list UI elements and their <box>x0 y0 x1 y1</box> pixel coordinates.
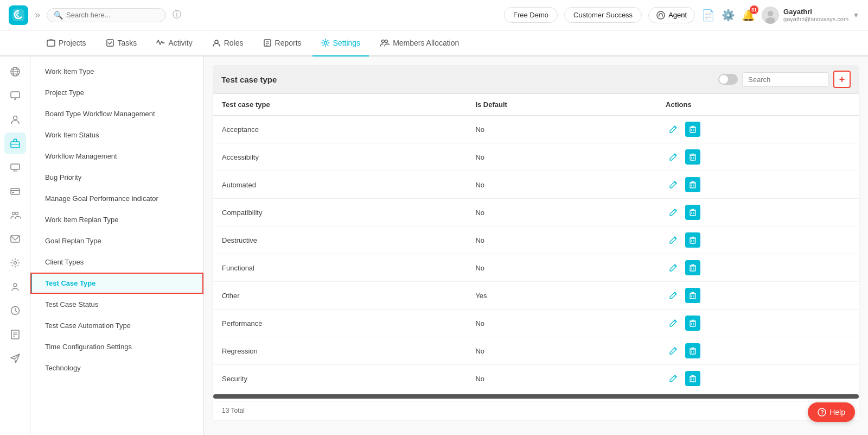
settings-item-work-item-status[interactable]: Work Item Status <box>30 124 203 146</box>
sidebar-icon-group[interactable] <box>4 204 26 226</box>
tab-projects[interactable]: Projects <box>38 30 95 56</box>
settings-icon-btn[interactable]: ⚙️ <box>722 9 735 22</box>
settings-item-time-config[interactable]: Time Configuration Settings <box>30 336 203 357</box>
edit-button[interactable] <box>666 316 681 331</box>
settings-item-technology[interactable]: Technology <box>30 357 203 379</box>
edit-button[interactable] <box>666 149 681 165</box>
settings-item-goal-replan[interactable]: Goal Replan Type <box>30 230 203 251</box>
user-area[interactable]: Gayathri gayathri@snovasys.com ▼ <box>762 7 859 24</box>
settings-item-project-type[interactable]: Project Type <box>30 82 203 103</box>
customer-success-button[interactable]: Customer Success <box>564 7 642 23</box>
action-buttons <box>666 288 850 303</box>
cell-type: Acceptance <box>213 116 467 143</box>
logo[interactable] <box>9 5 28 25</box>
add-button[interactable]: + <box>833 71 851 88</box>
delete-button[interactable] <box>685 288 700 303</box>
settings-item-work-item-type[interactable]: Work Item Type <box>30 61 203 82</box>
delete-button[interactable] <box>685 316 700 331</box>
tab-reports[interactable]: Reports <box>254 30 310 56</box>
avatar <box>762 7 779 24</box>
delete-button[interactable] <box>685 232 700 248</box>
toggle-switch[interactable] <box>718 74 738 85</box>
settings-item-test-case-automation[interactable]: Test Case Automation Type <box>30 315 203 336</box>
sidebar-icon-send[interactable] <box>4 348 26 369</box>
cell-actions <box>657 337 859 365</box>
sidebar-icon-monitor[interactable] <box>4 85 26 106</box>
global-search-input[interactable] <box>66 11 159 19</box>
agent-button[interactable]: Agent <box>648 7 695 23</box>
sidebar-icon-clock[interactable] <box>4 300 26 321</box>
edit-icon <box>669 153 678 161</box>
sidebar-icon-briefcase[interactable] <box>4 133 26 154</box>
delete-button[interactable] <box>685 149 700 165</box>
help-button[interactable]: ? Help <box>808 402 855 422</box>
tab-tasks[interactable]: Tasks <box>97 30 146 56</box>
tab-roles[interactable]: Roles <box>203 30 252 56</box>
sidebar-icon-gear[interactable] <box>4 252 26 274</box>
cell-type: Regression <box>213 337 467 365</box>
delete-button[interactable] <box>685 343 700 358</box>
delete-icon <box>689 209 697 216</box>
settings-item-client-types[interactable]: Client Types <box>30 251 203 273</box>
main-layout: Work Item Type Project Type Board Type W… <box>0 56 868 435</box>
info-icon[interactable]: ⓘ <box>173 9 181 21</box>
svg-rect-7 <box>47 40 55 46</box>
notification-badge: 31 <box>750 5 758 14</box>
sidebar-icon-globe[interactable] <box>4 61 26 83</box>
edit-button[interactable] <box>666 205 681 220</box>
free-demo-button[interactable]: Free Demo <box>504 7 558 23</box>
horizontal-scrollbar[interactable] <box>213 394 859 399</box>
delete-button[interactable] <box>685 371 700 386</box>
settings-item-test-case-type[interactable]: Test Case Type <box>30 273 203 294</box>
action-buttons <box>666 232 850 248</box>
sidebar-icon-person[interactable] <box>4 276 26 298</box>
svg-point-35 <box>15 212 18 215</box>
cell-actions <box>657 310 859 337</box>
help-label: Help <box>829 408 845 417</box>
tab-activity[interactable]: Activity <box>148 30 201 56</box>
tab-members[interactable]: Members Allocation <box>371 30 468 56</box>
edit-button[interactable] <box>666 260 681 275</box>
data-table: Test case type Is Default Actions Accept… <box>213 94 859 392</box>
agent-label: Agent <box>668 11 687 19</box>
panel-search-input[interactable] <box>742 72 829 87</box>
notification-icon-btn[interactable]: 🔔 31 <box>742 9 755 22</box>
settings-item-manage-goal[interactable]: Manage Goal Performance indicator <box>30 188 203 209</box>
delete-button[interactable] <box>685 122 700 137</box>
edit-button[interactable] <box>666 177 681 192</box>
edit-button[interactable] <box>666 122 681 137</box>
edit-icon <box>669 319 678 327</box>
edit-button[interactable] <box>666 371 681 386</box>
nav-dots[interactable]: » <box>35 9 40 21</box>
edit-button[interactable] <box>666 232 681 248</box>
sidebar-icon-card[interactable] <box>4 180 26 202</box>
cell-type: Destructive <box>213 226 467 254</box>
settings-item-board-type[interactable]: Board Type Workflow Management <box>30 103 203 124</box>
sidebar-icon-desktop[interactable] <box>4 156 26 178</box>
sidebar-icon-report[interactable] <box>4 324 26 345</box>
settings-item-work-item-replan[interactable]: Work Item Replan Type <box>30 209 203 230</box>
settings-item-test-case-status[interactable]: Test Case Status <box>30 294 203 315</box>
cell-type: Functional <box>213 254 467 282</box>
svg-rect-30 <box>13 171 17 172</box>
sidebar-icon-mail[interactable] <box>4 228 26 250</box>
search-bar[interactable]: 🔍 <box>47 8 166 22</box>
settings-item-bug-priority[interactable]: Bug Priority <box>30 167 203 188</box>
edit-button[interactable] <box>666 343 681 358</box>
edit-button[interactable] <box>666 288 681 303</box>
delete-button[interactable] <box>685 177 700 192</box>
sidebar-icon-user[interactable] <box>4 109 26 130</box>
cell-actions <box>657 143 859 171</box>
nav-right: Free Demo Customer Success Agent 📄 ⚙️ 🔔 … <box>504 7 859 24</box>
panel-title: Test case type <box>221 75 718 84</box>
cell-is-default: Yes <box>467 282 657 310</box>
settings-item-workflow-management[interactable]: Workflow Management <box>30 146 203 167</box>
document-icon-btn[interactable]: 📄 <box>701 9 715 22</box>
svg-text:?: ? <box>821 409 824 415</box>
delete-button[interactable] <box>685 260 700 275</box>
panel-header: Test case type + <box>213 65 859 93</box>
delete-button[interactable] <box>685 205 700 220</box>
delete-icon <box>689 153 697 161</box>
settings-nav-icon <box>321 39 330 47</box>
tab-settings[interactable]: Settings <box>312 30 369 56</box>
